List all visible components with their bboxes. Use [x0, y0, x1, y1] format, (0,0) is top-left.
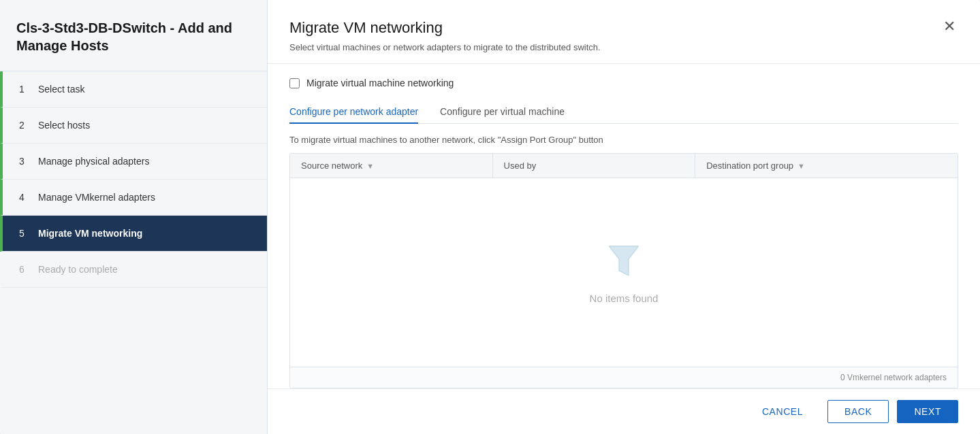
migrate-checkbox[interactable]	[289, 78, 300, 88]
empty-funnel-icon	[603, 241, 644, 284]
step-label: Select hosts	[38, 120, 90, 131]
page-title: Migrate VM networking	[289, 19, 601, 37]
sidebar-steps: 1 Select task2 Select hosts3 Manage phys…	[0, 71, 267, 434]
step-number: 5	[19, 228, 30, 239]
step-label: Migrate VM networking	[38, 228, 142, 239]
adapter-table: Source network ▼ Used by Destination por…	[289, 153, 958, 388]
col-source-network: Source network ▼	[290, 154, 493, 178]
next-button[interactable]: NEXT	[897, 400, 958, 423]
content-body: Migrate virtual machine networking Confi…	[268, 64, 980, 388]
back-button[interactable]: BACK	[827, 400, 889, 423]
tab-0[interactable]: Configure per network adapter	[289, 101, 418, 124]
step-number: 1	[19, 84, 30, 95]
step-label: Select task	[38, 84, 84, 95]
migrate-checkbox-label[interactable]: Migrate virtual machine networking	[306, 78, 454, 88]
step-number: 6	[19, 264, 30, 275]
dialog-wrapper: Cls-3-Std3-DB-DSwitch - Add and Manage H…	[0, 0, 980, 434]
page-subtitle: Select virtual machines or network adapt…	[289, 42, 601, 52]
sidebar-title: Cls-3-Std3-DB-DSwitch - Add and Manage H…	[0, 0, 267, 71]
sidebar-step-migrate-vm-networking[interactable]: 5 Migrate VM networking	[0, 216, 267, 252]
col-destination: Destination port group ▼	[695, 154, 958, 178]
close-button[interactable]: ✕	[941, 19, 958, 34]
sidebar-step-select-hosts[interactable]: 2 Select hosts	[0, 107, 267, 144]
sidebar: Cls-3-Std3-DB-DSwitch - Add and Manage H…	[0, 0, 268, 434]
table-footer: 0 Vmkernel network adapters	[290, 367, 958, 388]
step-label: Ready to complete	[38, 264, 118, 275]
migrate-checkbox-row: Migrate virtual machine networking	[289, 78, 958, 88]
tabs-bar: Configure per network adapterConfigure p…	[289, 101, 958, 124]
step-label: Manage physical adapters	[38, 156, 149, 167]
content-panel: Migrate VM networking Select virtual mac…	[268, 0, 980, 434]
sidebar-step-select-task[interactable]: 1 Select task	[0, 71, 267, 107]
source-filter-icon[interactable]: ▼	[366, 162, 374, 170]
sidebar-step-ready-to-complete: 6 Ready to complete	[0, 252, 267, 288]
no-items-text: No items found	[590, 293, 659, 304]
cancel-button[interactable]: CANCEL	[746, 401, 819, 422]
info-text: To migrate virtual machines to another n…	[289, 135, 958, 145]
step-number: 4	[19, 192, 30, 203]
content-header: Migrate VM networking Select virtual mac…	[268, 0, 980, 64]
step-label: Manage VMkernel adapters	[38, 192, 155, 203]
content-footer: CANCEL BACK NEXT	[268, 388, 980, 434]
sidebar-step-manage-physical-adapters[interactable]: 3 Manage physical adapters	[0, 144, 267, 180]
col-used-by: Used by	[493, 154, 696, 178]
step-number: 2	[19, 120, 30, 131]
table-header: Source network ▼ Used by Destination por…	[290, 154, 958, 178]
table-body: No items found	[290, 178, 958, 367]
sidebar-step-manage-vmkernel-adapters[interactable]: 4 Manage VMkernel adapters	[0, 180, 267, 216]
dest-filter-icon[interactable]: ▼	[797, 162, 805, 170]
tab-1[interactable]: Configure per virtual machine	[440, 101, 565, 124]
empty-state: No items found	[590, 241, 659, 304]
step-number: 3	[19, 156, 30, 167]
